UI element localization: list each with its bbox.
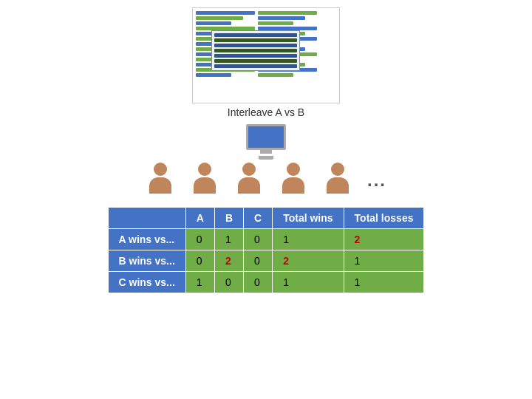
red-value: 2 — [283, 255, 289, 267]
people-row: ... — [123, 163, 409, 194]
row-label-a: A wins vs... — [108, 229, 185, 250]
col-header-total-wins: Total wins — [273, 208, 344, 229]
person-3 — [234, 163, 264, 194]
table-wrapper: A B C Total wins Total losses A wins vs.… — [93, 207, 440, 293]
cell-a-total-losses: 2 — [344, 229, 424, 250]
table-header-row: A B C Total wins Total losses — [108, 208, 424, 229]
table-row: C wins vs... 1 0 0 1 1 — [108, 272, 424, 293]
doc-overlay — [211, 30, 300, 71]
monitor-icon — [246, 124, 286, 155]
monitor-container — [246, 124, 286, 155]
row-label-c: C wins vs... — [108, 272, 185, 293]
cell-a-c: 0 — [244, 229, 273, 250]
cell-b-c: 0 — [244, 250, 273, 272]
results-table: A B C Total wins Total losses A wins vs.… — [108, 207, 425, 293]
cell-b-a: 0 — [185, 250, 214, 272]
cell-c-total-wins: 1 — [273, 272, 344, 293]
red-value: 2 — [355, 233, 361, 245]
cell-c-a: 1 — [185, 272, 214, 293]
cell-b-total-wins: 2 — [273, 250, 344, 272]
person-body — [327, 177, 349, 194]
person-body — [194, 177, 216, 194]
person-body — [149, 177, 171, 194]
cell-a-total-wins: 1 — [273, 229, 344, 250]
ellipsis: ... — [367, 170, 386, 194]
person-head — [287, 163, 300, 176]
cell-b-total-losses: 1 — [344, 250, 424, 272]
cell-b-b: 2 — [214, 250, 243, 272]
col-header-empty — [108, 208, 185, 229]
person-1 — [146, 163, 175, 194]
cell-c-b: 0 — [214, 272, 243, 293]
person-2 — [190, 163, 219, 194]
table-row: A wins vs... 0 1 0 1 2 — [108, 229, 424, 250]
interleave-label: Interleave A vs B — [228, 106, 304, 118]
cell-a-b: 1 — [214, 229, 243, 250]
document-preview — [192, 7, 340, 103]
col-header-total-losses: Total losses — [344, 208, 424, 229]
top-section: Interleave A vs B ... — [0, 0, 532, 293]
person-body — [238, 177, 260, 194]
person-4 — [279, 163, 308, 194]
person-head — [198, 163, 211, 176]
person-head — [154, 163, 167, 176]
red-value: 2 — [225, 255, 231, 267]
person-head — [242, 163, 256, 176]
person-5 — [323, 163, 352, 194]
cell-a-a: 0 — [185, 229, 214, 250]
cell-c-total-losses: 1 — [344, 272, 424, 293]
person-head — [331, 163, 344, 176]
col-header-b: B — [214, 208, 243, 229]
person-body — [282, 177, 304, 194]
row-label-b: B wins vs... — [108, 250, 185, 272]
table-row: B wins vs... 0 2 0 2 1 — [108, 250, 424, 272]
col-header-a: A — [185, 208, 214, 229]
col-header-c: C — [244, 208, 273, 229]
cell-c-c: 0 — [244, 272, 273, 293]
